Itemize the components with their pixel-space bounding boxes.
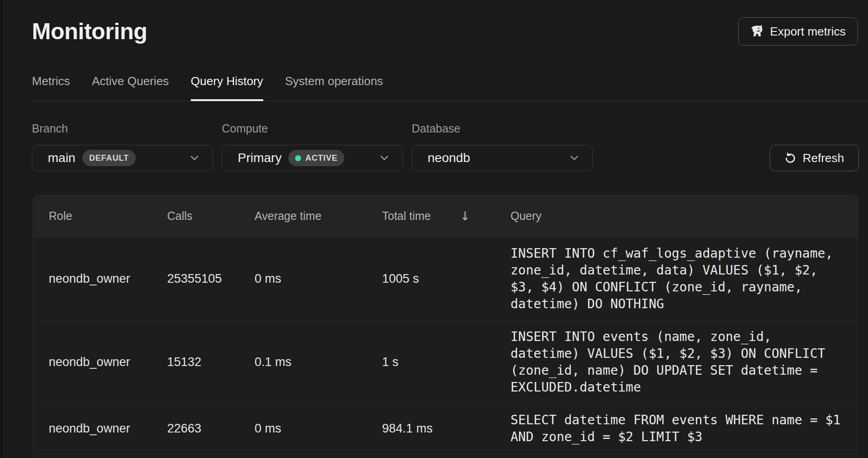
- compute-select[interactable]: Primary ACTIVE: [222, 145, 403, 171]
- filter-bar: Branch main DEFAULT Compute Primary: [32, 122, 859, 171]
- refresh-label: Refresh: [802, 151, 844, 165]
- cell-role: neondb_owner: [49, 422, 167, 436]
- column-header-total-time-label: Total time: [382, 209, 431, 223]
- database-select[interactable]: neondb: [412, 145, 593, 171]
- branch-label: Branch: [32, 122, 213, 135]
- cell-calls: 25355105: [167, 272, 255, 286]
- table-row: neondb_owner 25355105 0 ms 1005 s INSERT…: [33, 237, 858, 321]
- table-row: neondb_owner 15132 0.1 ms 1 s INSERT INT…: [33, 321, 858, 404]
- page-header: Monitoring Export metrics: [32, 17, 858, 46]
- column-header-calls[interactable]: Calls: [167, 209, 255, 223]
- chevron-down-icon: [190, 155, 199, 161]
- compute-value: Primary: [238, 151, 281, 165]
- cell-query: INSERT INTO cf_waf_logs_adaptive (raynam…: [511, 237, 850, 320]
- sort-desc-icon[interactable]: ↓: [460, 209, 470, 223]
- column-header-total-time[interactable]: Total time ↓: [382, 209, 511, 223]
- cell-calls: 15132: [167, 355, 255, 369]
- sidebar-edge: [0, 0, 4, 458]
- tab-bar: Metrics Active Queries Query History Sys…: [32, 75, 868, 101]
- tab-metrics[interactable]: Metrics: [32, 75, 70, 101]
- tab-system-operations[interactable]: System operations: [285, 75, 383, 101]
- cell-query: SELECT datetime FROM events WHERE name =…: [511, 404, 850, 453]
- active-badge: ACTIVE: [288, 150, 344, 166]
- branch-value: main: [48, 151, 76, 165]
- cell-average-time: 0 ms: [255, 422, 382, 436]
- export-metrics-button[interactable]: Export metrics: [738, 17, 858, 46]
- cell-total-time: 984.1 ms: [382, 422, 511, 436]
- tab-query-history[interactable]: Query History: [191, 75, 263, 101]
- export-metrics-label: Export metrics: [770, 25, 846, 39]
- default-badge: DEFAULT: [82, 150, 136, 166]
- datadog-icon: [751, 25, 764, 38]
- cell-calls: 22663: [167, 422, 255, 436]
- main-content: Monitoring Export metrics Metrics Active…: [5, 0, 868, 458]
- refresh-button[interactable]: Refresh: [770, 145, 859, 171]
- table-row-partial: [33, 453, 858, 458]
- branch-select[interactable]: main DEFAULT: [32, 145, 213, 171]
- cell-role: neondb_owner: [49, 355, 167, 369]
- monitoring-page: Monitoring Export metrics Metrics Active…: [0, 0, 868, 458]
- column-header-average-time[interactable]: Average time: [255, 209, 382, 223]
- compute-label: Compute: [222, 122, 403, 135]
- active-status-dot: [295, 155, 301, 161]
- column-header-query[interactable]: Query: [511, 209, 850, 223]
- default-badge-label: DEFAULT: [89, 153, 129, 163]
- cell-query: INSERT INTO events (name, zone_id, datet…: [511, 321, 850, 403]
- database-label: Database: [412, 122, 593, 135]
- database-value: neondb: [428, 151, 470, 165]
- column-header-role[interactable]: Role: [49, 209, 167, 223]
- cell-role: neondb_owner: [49, 272, 167, 286]
- table-header-row: Role Calls Average time Total time ↓ Que…: [33, 195, 858, 237]
- compute-filter: Compute Primary ACTIVE: [222, 122, 403, 171]
- cell-total-time: 1005 s: [382, 272, 511, 286]
- cell-average-time: 0 ms: [255, 272, 382, 286]
- table-row: neondb_owner 22663 0 ms 984.1 ms SELECT …: [33, 404, 858, 453]
- active-badge-label: ACTIVE: [305, 153, 337, 163]
- query-history-table: Role Calls Average time Total time ↓ Que…: [33, 195, 858, 458]
- page-title: Monitoring: [32, 18, 147, 45]
- cell-average-time: 0.1 ms: [255, 355, 382, 369]
- tab-active-queries[interactable]: Active Queries: [92, 75, 169, 101]
- branch-filter: Branch main DEFAULT: [32, 122, 213, 171]
- refresh-icon: [784, 152, 797, 164]
- cell-total-time: 1 s: [382, 355, 511, 369]
- chevron-down-icon: [380, 155, 389, 161]
- database-filter: Database neondb: [412, 122, 593, 171]
- chevron-down-icon: [570, 155, 579, 161]
